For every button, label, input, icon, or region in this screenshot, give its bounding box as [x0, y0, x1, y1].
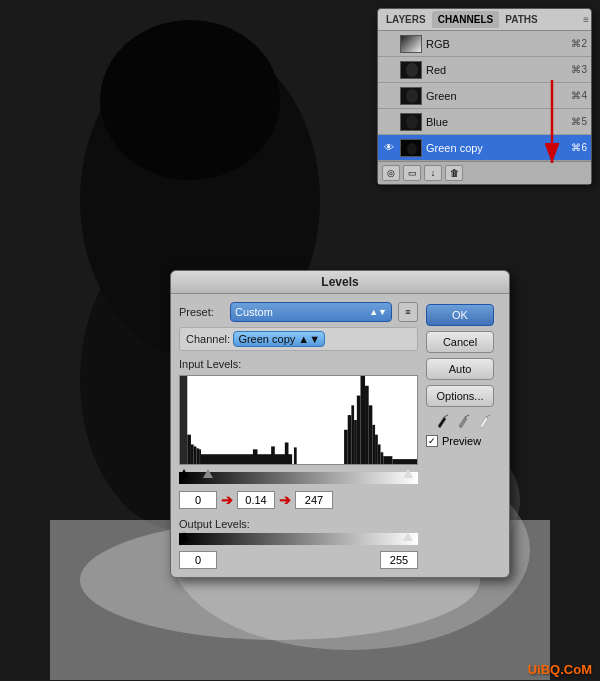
new-channel-btn[interactable]: ◎ — [382, 165, 400, 181]
channel-name-blue: Blue — [426, 116, 567, 128]
channel-section: Channel: Green copy ▲▼ — [179, 327, 418, 351]
channel-dropdown[interactable]: Green copy ▲▼ — [233, 331, 325, 347]
save-selection-btn[interactable]: ↓ — [424, 165, 442, 181]
dialog-title: Levels — [171, 271, 509, 294]
svg-point-15 — [407, 143, 417, 155]
selection-btn[interactable]: ▭ — [403, 165, 421, 181]
svg-line-44 — [444, 415, 448, 417]
cancel-button[interactable]: Cancel — [426, 331, 494, 353]
channel-name-green-copy: Green copy — [426, 142, 567, 154]
panel-tabs: LAYERS CHANNELS PATHS ≡ — [378, 9, 591, 31]
eyedropper-row — [426, 412, 501, 430]
channel-thumb-red — [400, 61, 422, 79]
svg-point-9 — [406, 63, 418, 77]
visibility-icon-rgb[interactable] — [382, 37, 396, 51]
svg-rect-26 — [253, 449, 258, 464]
svg-point-5 — [100, 20, 280, 180]
output-values-row — [179, 551, 418, 569]
channel-thumb-green-copy — [400, 139, 422, 157]
output-section: Output Levels: — [179, 516, 418, 569]
channel-name-rgb: RGB — [426, 38, 567, 50]
channel-label: Channel: — [186, 333, 230, 345]
channel-shortcut-green-copy: ⌘6 — [571, 142, 587, 153]
preset-row: Preset: Custom ▲▼ ≡ — [179, 302, 418, 322]
dialog-buttons: OK Cancel Auto Options... — [426, 302, 501, 569]
tab-layers[interactable]: LAYERS — [380, 11, 432, 28]
output-slider[interactable] — [179, 533, 418, 547]
channel-row-blue[interactable]: Blue ⌘5 — [378, 109, 591, 135]
ok-button[interactable]: OK — [426, 304, 494, 326]
white-eyedropper[interactable] — [476, 412, 494, 430]
svg-rect-31 — [348, 415, 352, 464]
input-levels-label: Input Levels: — [179, 358, 418, 370]
svg-rect-20 — [187, 435, 191, 464]
mid-handle[interactable] — [203, 469, 213, 478]
preset-options-btn[interactable]: ≡ — [398, 302, 418, 322]
channel-row-green-copy[interactable]: 👁 Green copy ⌘6 — [378, 135, 591, 161]
svg-rect-24 — [199, 449, 201, 464]
preset-label: Preset: — [179, 306, 224, 318]
arrow-to-mid-icon: ➔ — [221, 492, 233, 508]
channel-shortcut-rgb: ⌘2 — [571, 38, 587, 49]
svg-point-13 — [406, 115, 418, 129]
svg-rect-39 — [375, 435, 378, 464]
preview-label: Preview — [442, 435, 481, 447]
options-button[interactable]: Options... — [426, 385, 494, 407]
svg-rect-30 — [344, 430, 348, 464]
visibility-icon-red[interactable] — [382, 63, 396, 77]
black-handle[interactable] — [179, 469, 189, 478]
tab-channels[interactable]: CHANNELS — [432, 11, 500, 28]
input-values-row: ➔ ➔ — [179, 491, 418, 509]
output-black-field[interactable] — [179, 551, 217, 569]
watermark: UiBQ.CoM — [528, 662, 592, 677]
preview-row: ✓ Preview — [426, 435, 501, 447]
output-white-field[interactable] — [380, 551, 418, 569]
tab-paths[interactable]: PATHS — [499, 11, 543, 28]
channel-shortcut-green: ⌘4 — [571, 90, 587, 101]
svg-rect-22 — [194, 446, 197, 464]
preview-checkbox[interactable]: ✓ — [426, 435, 438, 447]
levels-dialog: Levels Preset: Custom ▲▼ ≡ Channel: Gree… — [170, 270, 510, 578]
svg-rect-40 — [378, 444, 381, 464]
svg-rect-33 — [354, 420, 357, 464]
preset-dropdown[interactable]: Custom ▲▼ — [230, 302, 392, 322]
svg-rect-37 — [369, 405, 373, 464]
input-mid-field[interactable] — [237, 491, 275, 509]
visibility-icon-blue[interactable] — [382, 115, 396, 129]
panel-menu-icon[interactable]: ≡ — [583, 14, 589, 25]
output-black-handle[interactable] — [179, 532, 189, 541]
white-handle[interactable] — [403, 469, 413, 478]
visibility-icon-green[interactable] — [382, 89, 396, 103]
svg-rect-42 — [383, 456, 392, 464]
channel-row-red[interactable]: Red ⌘3 — [378, 57, 591, 83]
input-slider[interactable] — [179, 470, 418, 484]
svg-rect-41 — [381, 452, 384, 464]
svg-rect-38 — [372, 425, 375, 464]
svg-rect-43 — [392, 459, 417, 464]
preset-value: Custom — [235, 306, 273, 318]
channel-thumb-blue — [400, 113, 422, 131]
output-white-handle[interactable] — [403, 532, 413, 541]
channel-shortcut-red: ⌘3 — [571, 64, 587, 75]
output-levels-label: Output Levels: — [179, 518, 418, 530]
channel-arrow-icon: ▲▼ — [298, 333, 320, 345]
channel-shortcut-blue: ⌘5 — [571, 116, 587, 127]
svg-rect-29 — [294, 447, 297, 464]
input-white-field[interactable] — [295, 491, 333, 509]
svg-line-46 — [486, 415, 490, 417]
channel-row-rgb[interactable]: RGB ⌘2 — [378, 31, 591, 57]
auto-button[interactable]: Auto — [426, 358, 494, 380]
svg-rect-34 — [357, 396, 361, 464]
delete-channel-btn[interactable]: 🗑 — [445, 165, 463, 181]
input-black-field[interactable] — [179, 491, 217, 509]
svg-rect-23 — [196, 448, 199, 464]
channel-value: Green copy — [238, 333, 295, 345]
arrow-to-white-icon: ➔ — [279, 492, 291, 508]
svg-rect-32 — [351, 405, 354, 464]
channel-row-green[interactable]: Green ⌘4 — [378, 83, 591, 109]
grey-eyedropper[interactable] — [455, 412, 473, 430]
black-eyedropper[interactable] — [434, 412, 452, 430]
channels-panel: LAYERS CHANNELS PATHS ≡ RGB ⌘2 Red ⌘3 Gr… — [377, 8, 592, 185]
visibility-icon-green-copy[interactable]: 👁 — [382, 141, 396, 155]
panel-footer: ◎ ▭ ↓ 🗑 — [378, 161, 591, 184]
